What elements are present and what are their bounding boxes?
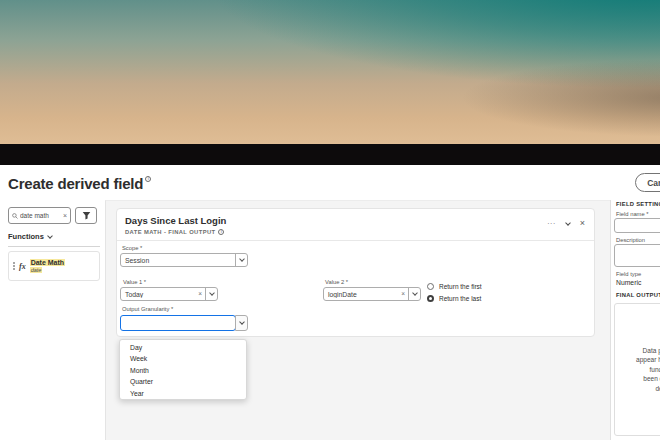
return-radio-group: Return the first Return the last bbox=[427, 282, 482, 302]
search-input[interactable]: date math × bbox=[8, 207, 71, 224]
rule-card: Days Since Last Login DATE MATH - FINAL … bbox=[116, 208, 595, 337]
granularity-option-quarter[interactable]: Quarter bbox=[120, 376, 246, 387]
description-input[interactable] bbox=[614, 244, 660, 267]
collapse-chevron-icon[interactable] bbox=[565, 220, 571, 226]
granularity-dropdown-button[interactable] bbox=[235, 315, 248, 331]
chevron-down-icon bbox=[239, 256, 245, 262]
sidebar-divider bbox=[8, 246, 100, 247]
radio-label: Return the first bbox=[439, 283, 482, 290]
granularity-input[interactable] bbox=[120, 315, 236, 331]
radio-unselected-icon bbox=[427, 283, 434, 290]
funnel-icon bbox=[82, 211, 91, 220]
description-label: Description bbox=[616, 237, 645, 243]
rule-card-subtitle: DATE MATH - FINAL OUTPUT i bbox=[125, 229, 586, 235]
granularity-dropdown-menu: Day Week Month Quarter Year bbox=[119, 339, 247, 400]
rule-card-actions: ··· × bbox=[547, 219, 585, 228]
field-type-label: Field type bbox=[616, 271, 641, 277]
field-type-value: Numeric bbox=[616, 279, 641, 286]
radio-selected-icon bbox=[427, 295, 434, 302]
granularity-option-year[interactable]: Year bbox=[120, 388, 246, 399]
page-title: Create derived field i bbox=[8, 175, 151, 192]
cancel-button[interactable]: Cancel bbox=[635, 173, 660, 192]
field-name-input[interactable] bbox=[614, 218, 660, 233]
field-settings-heading-text: FIELD SETTINGS bbox=[616, 201, 660, 207]
functions-sidebar: date math × Functions fx Date Math date bbox=[0, 200, 105, 440]
granularity-option-week[interactable]: Week bbox=[120, 353, 246, 364]
final-output-heading-text: FINAL OUTPUT bbox=[616, 292, 660, 298]
data-preview-box: Data preview will appear here once the f… bbox=[614, 303, 660, 436]
top-black-bar bbox=[0, 144, 660, 165]
field-settings-panel: FIELD SETTINGS Field name * Description … bbox=[610, 200, 660, 440]
data-preview-text: Data preview will appear here once the f… bbox=[636, 346, 660, 393]
value1-label: Value 1 * bbox=[123, 279, 146, 285]
radio-label: Return the last bbox=[439, 295, 481, 302]
rule-card-title: Days Since Last Login bbox=[125, 215, 586, 226]
search-value: date math bbox=[20, 212, 61, 219]
value1-clear-icon[interactable]: × bbox=[195, 291, 205, 298]
close-icon[interactable]: × bbox=[580, 219, 585, 228]
content-area: date math × Functions fx Date Math date bbox=[0, 200, 660, 440]
field-settings-heading: FIELD SETTINGS bbox=[616, 201, 660, 207]
app-window: Create derived field i Cancel date math … bbox=[0, 0, 660, 440]
rule-card-subtitle-text: DATE MATH - FINAL OUTPUT bbox=[125, 229, 215, 235]
builder-canvas: Days Since Last Login DATE MATH - FINAL … bbox=[105, 200, 610, 440]
final-output-heading: FINAL OUTPUT i bbox=[616, 292, 660, 298]
value2-dropdown-button[interactable] bbox=[408, 288, 420, 300]
info-icon[interactable]: i bbox=[145, 176, 151, 182]
value2-value: loginDate bbox=[324, 291, 398, 298]
drag-handle-icon[interactable] bbox=[13, 262, 15, 264]
value2-label: Value 2 * bbox=[325, 279, 348, 285]
functions-dropdown[interactable]: Functions bbox=[8, 232, 52, 241]
subtitle-info-icon[interactable]: i bbox=[218, 229, 224, 235]
value1-combobox[interactable]: Today × bbox=[120, 287, 218, 301]
function-item-title: Date Math bbox=[30, 259, 65, 266]
value2-clear-icon[interactable]: × bbox=[398, 291, 408, 298]
granularity-option-day[interactable]: Day bbox=[120, 342, 246, 353]
scope-dropdown-button[interactable] bbox=[235, 254, 247, 266]
chevron-down-icon bbox=[47, 233, 53, 239]
rule-card-body: Scope * Session Value 1 * Today × bbox=[117, 241, 594, 336]
field-name-label: Field name * bbox=[616, 211, 649, 217]
search-clear-icon[interactable]: × bbox=[63, 212, 67, 219]
chevron-down-icon bbox=[209, 290, 215, 296]
granularity-option-month[interactable]: Month bbox=[120, 365, 246, 376]
function-fx-icon: fx bbox=[19, 262, 26, 271]
value2-combobox[interactable]: loginDate × bbox=[323, 287, 421, 301]
radio-return-the-last[interactable]: Return the last bbox=[427, 294, 482, 302]
search-icon bbox=[12, 213, 18, 219]
granularity-select[interactable] bbox=[120, 315, 248, 331]
rule-card-header: Days Since Last Login DATE MATH - FINAL … bbox=[117, 209, 594, 241]
function-item-text: Date Math date bbox=[30, 259, 65, 273]
filter-button[interactable] bbox=[75, 207, 97, 224]
radio-return-the-first[interactable]: Return the first bbox=[427, 282, 482, 290]
scope-label: Scope * bbox=[122, 245, 142, 251]
page-title-text: Create derived field bbox=[8, 175, 143, 192]
scope-value: Session bbox=[121, 257, 235, 264]
function-item-date-math[interactable]: fx Date Math date bbox=[8, 251, 100, 281]
functions-label: Functions bbox=[8, 232, 44, 241]
granularity-label: Output Granularity * bbox=[122, 306, 173, 312]
chevron-down-icon bbox=[412, 290, 418, 296]
value1-value: Today bbox=[121, 291, 195, 298]
scope-select[interactable]: Session bbox=[120, 253, 248, 267]
value1-dropdown-button[interactable] bbox=[205, 288, 217, 300]
function-item-subtitle: date bbox=[30, 267, 43, 273]
chevron-down-icon bbox=[239, 319, 245, 325]
hero-banner-image bbox=[0, 0, 660, 144]
page-header: Create derived field i Cancel bbox=[0, 165, 660, 200]
more-options-icon[interactable]: ··· bbox=[547, 220, 556, 227]
